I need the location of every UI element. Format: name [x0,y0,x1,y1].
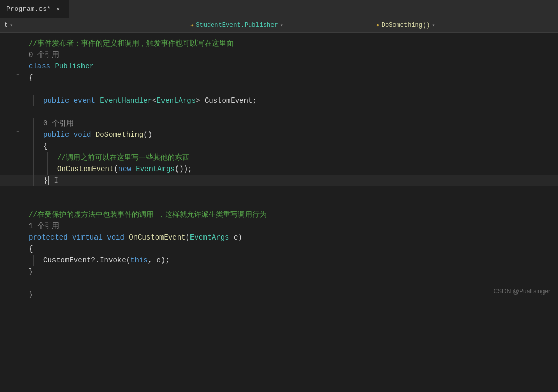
code-line [0,186,558,198]
code-token: EventArgs [135,165,175,173]
code-text [26,106,558,118]
code-token: DoSomething [96,131,143,139]
code-text: 1 个引用 [26,220,558,232]
tab-filename: Program.cs* [6,5,51,13]
nav-bar: t ▾ ✦ StudentEvent.Publisher ▾ ◆ DoSomet… [0,18,558,33]
code-line: } [0,266,558,277]
program-tab[interactable]: Program.cs* ✕ [0,0,69,18]
cursor-indicator: I [53,176,58,185]
nav-middle-arrow[interactable]: ▾ [280,22,283,29]
code-line: −public void DoSomething() [0,129,558,141]
ref-count: 1 个引用 [29,222,59,230]
code-token [131,165,135,173]
code-text: { [26,72,558,83]
code-line: }I [0,175,558,186]
code-token: , e); [148,256,170,264]
code-token: event [74,96,96,105]
code-line [0,83,558,95]
nav-middle-icon: ✦ [190,22,194,29]
code-text: public void DoSomething() [40,129,558,141]
code-token: OnCustomEvent [57,165,114,173]
code-token: this [130,256,148,264]
line-gutter: − [0,129,26,135]
code-text: OnCustomEvent(new EventArgs()); [55,163,558,175]
code-token: } [29,268,33,276]
code-token [68,233,72,242]
code-line [0,277,558,289]
tab-close-button[interactable]: ✕ [54,5,62,13]
code-text: protected virtual void OnCustomEvent(Eve… [26,232,558,243]
indent-guide [33,163,34,175]
code-token: //调用之前可以在这里写一些其他的东西 [57,153,189,162]
code-token: () [143,131,152,139]
code-token: e) [229,233,242,242]
code-line: 0 个引用 [0,49,558,61]
code-token: { [43,142,47,150]
nav-left-arrow[interactable]: ▾ [10,22,13,29]
code-line: { [0,243,558,255]
code-line: //事件发布者：事件的定义和调用，触发事件也可以写在这里面 [0,38,558,49]
code-line: //在受保护的虚方法中包装事件的调用 ，这样就允许派生类重写调用行为 [0,209,558,220]
nav-right-arrow[interactable]: ▾ [432,22,435,29]
code-token: void [107,233,125,242]
code-token: new [118,165,131,173]
nav-right-icon: ◆ [376,22,379,28]
code-token: public [43,96,69,105]
indent-guide [33,118,34,129]
code-editor[interactable]: //事件发布者：事件的定义和调用，触发事件也可以写在这里面0 个引用class … [0,33,558,392]
code-line [0,198,558,209]
indent-guide [33,152,34,163]
code-line [0,106,558,118]
comment-text: //在受保护的虚方法中包装事件的调用 ，这样就允许派生类重写调用行为 [29,211,267,219]
indent-guide [33,141,34,152]
nav-segment-right[interactable]: ◆ DoSomething() ▾ [372,18,558,32]
code-token: EventHandler [100,96,152,105]
code-text: 0 个引用 [26,49,558,61]
code-text: } [26,289,558,300]
indent-guide [33,175,34,186]
nav-right-text: DoSomething() [382,22,430,29]
code-text [26,198,558,209]
code-line: OnCustomEvent(new EventArgs()); [0,163,558,175]
code-token [96,96,100,105]
code-text: public event EventHandler<EventArgs> Cus… [40,95,558,106]
fold-indicator[interactable]: − [15,232,21,237]
code-text [26,83,558,95]
code-token: public [43,131,69,139]
code-text: CustomEvent?.Invoke(this, e); [40,255,558,266]
code-text: //事件发布者：事件的定义和调用，触发事件也可以写在这里面 [26,38,558,49]
watermark: CSDN @Pual singer [493,288,550,295]
code-token [103,233,107,242]
code-token: CustomEvent?.Invoke( [43,256,130,264]
line-gutter: − [0,232,26,237]
code-token [69,96,73,105]
tab-bar: Program.cs* ✕ [0,0,558,18]
code-token: ( [114,165,118,173]
code-text: //在受保护的虚方法中包装事件的调用 ，这样就允许派生类重写调用行为 [26,209,558,220]
nav-segment-middle[interactable]: ✦ StudentEvent.Publisher ▾ [186,18,373,32]
code-token: Publisher [55,62,94,71]
indent-guide [47,152,48,163]
code-text: } [26,266,558,277]
ref-count: 0 个引用 [43,119,74,128]
code-line: −protected virtual void OnCustomEvent(Ev… [0,232,558,243]
code-token: EventArgs [190,233,229,242]
indent-guide [33,95,34,106]
fold-indicator[interactable]: − [15,72,21,78]
fold-indicator[interactable]: − [15,129,21,135]
code-text: //调用之前可以在这里写一些其他的东西 [55,152,558,163]
comment-text: //事件发布者：事件的定义和调用，触发事件也可以写在这里面 [29,39,234,48]
code-token: OnCustomEvent [129,233,185,242]
code-line: CustomEvent?.Invoke(this, e); [0,255,558,266]
code-token: class [29,62,50,71]
cursor [48,176,49,185]
code-token: ()); [175,165,193,173]
code-token [91,131,95,139]
code-text [26,186,558,198]
line-gutter: − [0,72,26,78]
code-text: { [26,243,558,255]
code-token: void [74,131,91,139]
code-token: } [43,176,47,185]
code-token: protected [29,233,68,242]
code-token [125,233,129,242]
